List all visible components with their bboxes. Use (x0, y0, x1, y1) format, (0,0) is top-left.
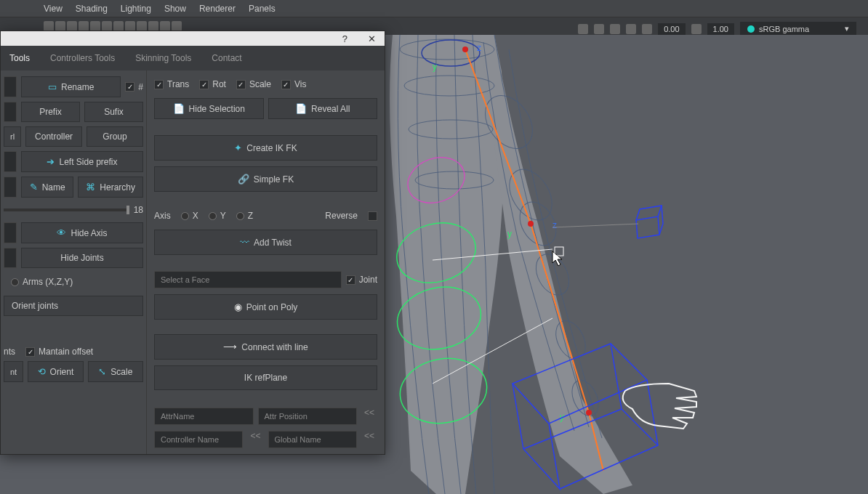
z-radio[interactable]: Z (236, 211, 253, 221)
rot-checkbox[interactable]: ✓Rot (199, 79, 226, 89)
chain-icon: 🔗 (238, 174, 249, 185)
globalname-input[interactable]: Global Name (268, 431, 357, 448)
hierarchy-icon: ⌘ (86, 182, 95, 193)
scale-checkbox[interactable]: ✓Scale (236, 79, 271, 89)
tool-icon[interactable] (44, 21, 54, 31)
herarchy-button[interactable]: ⌘ Herarchy (78, 177, 143, 198)
menu-view[interactable]: View (44, 4, 63, 14)
reveal-all-button[interactable]: 📄 Reveal All (268, 98, 378, 119)
input[interactable] (4, 248, 17, 268)
hide-axis-button[interactable]: 👁 Hide Axis (21, 222, 143, 243)
menu-renderer[interactable]: Renderer (199, 4, 236, 14)
controller-button[interactable]: Controller (25, 126, 82, 147)
tool-icon[interactable] (125, 21, 135, 31)
tool-icon[interactable] (79, 21, 89, 31)
numeric-value-1[interactable]: 0.00 (658, 23, 685, 35)
connect-with-line-button[interactable]: ⟶ Connect with line (154, 334, 377, 360)
tool-icon[interactable] (55, 21, 65, 31)
attrname-input[interactable]: AttrName (154, 408, 254, 425)
numeric-value-2[interactable]: 1.00 (707, 23, 734, 35)
hash-checkbox[interactable]: ✓# (125, 76, 143, 97)
menu-panels[interactable]: Panels (249, 4, 276, 14)
svg-text:z: z (477, 43, 481, 53)
nt-button[interactable]: nt (4, 361, 23, 382)
input[interactable] (4, 151, 17, 172)
document-icon: 📄 (173, 103, 185, 114)
colorspace-icon (747, 25, 755, 33)
name-button[interactable]: ✎ Name (21, 177, 73, 198)
tool-icon[interactable] (172, 21, 182, 31)
prefix-button[interactable]: Prefix (21, 102, 80, 122)
window-titlebar[interactable]: ? ✕ (1, 31, 385, 46)
orient-button[interactable]: ⟲ Orient (28, 361, 83, 382)
rename-button[interactable]: ▭ Rename (21, 76, 121, 97)
input[interactable] (4, 177, 17, 198)
colorspace-dropdown[interactable]: sRGB gamma ▾ (740, 22, 856, 36)
controllername-input[interactable]: Controller Name (154, 431, 243, 448)
arrows-button[interactable]: << (361, 408, 377, 425)
attrpos-input[interactable]: Attr Position (258, 408, 358, 425)
scale-button[interactable]: ⤡ Scale (88, 361, 143, 382)
tool-icon[interactable] (102, 21, 112, 31)
create-ikfk-button[interactable]: ✦ Create IK FK (154, 135, 377, 161)
input[interactable] (4, 102, 17, 122)
tool-icon[interactable] (113, 21, 124, 31)
icon[interactable] (610, 24, 620, 34)
help-button[interactable]: ? (337, 33, 353, 44)
group-button[interactable]: Group (87, 126, 143, 147)
mantain-offset-checkbox[interactable]: ✓Mantain offset (25, 347, 93, 357)
arms-radio[interactable]: Arms (X,Z,Y) (4, 272, 143, 291)
menu-shading[interactable]: Shading (76, 4, 108, 14)
tool-icon[interactable] (67, 21, 77, 31)
svg-point-20 (586, 410, 592, 416)
svg-point-18 (462, 46, 468, 52)
tab-skinning-tools[interactable]: Skinning Tools (129, 50, 197, 66)
svg-text:y: y (433, 62, 437, 72)
joint-checkbox[interactable]: ✓Joint (346, 271, 377, 288)
eye-icon: 👁 (57, 227, 66, 238)
arrows-button[interactable]: << (247, 431, 263, 448)
tool-icon[interactable] (148, 21, 158, 31)
scale-icon: ⤡ (98, 366, 106, 377)
hide-joints-button[interactable]: Hide Joints (21, 248, 143, 268)
menu-show[interactable]: Show (164, 4, 186, 14)
hide-selection-button[interactable]: 📄 Hide Selection (154, 98, 264, 119)
tool-tabs: Tools Controllers Tools Skinning Tools C… (1, 46, 385, 70)
left-panel: ▭ Rename ✓# Prefix Sufix rl Controller G… (1, 70, 146, 454)
icon[interactable] (691, 24, 702, 34)
rl-button[interactable]: rl (4, 126, 21, 147)
tool-icon[interactable] (160, 21, 170, 31)
slider[interactable]: 18 (4, 202, 143, 218)
arrows-button[interactable]: << (361, 431, 377, 448)
orient-joints-button[interactable]: Orient joints (4, 296, 143, 316)
input[interactable] (4, 222, 17, 243)
trans-checkbox[interactable]: ✓Trans (154, 79, 189, 89)
tab-tools[interactable]: Tools (4, 50, 36, 66)
add-twist-button[interactable]: 〰 Add Twist (154, 230, 377, 255)
point-on-poly-button[interactable]: ◉ Point on Poly (154, 294, 377, 320)
reverse-checkbox[interactable] (368, 211, 377, 221)
ikfk-icon: ✦ (234, 142, 242, 153)
sufix-button[interactable]: Sufix (84, 102, 143, 122)
icon[interactable] (626, 24, 636, 34)
ik-refplane-button[interactable]: IK refPlane (154, 365, 377, 390)
close-button[interactable]: ✕ (362, 33, 382, 44)
tool-icon[interactable] (137, 21, 147, 31)
icon[interactable] (578, 24, 588, 34)
icon[interactable] (642, 24, 652, 34)
arrow-right-icon: ➔ (47, 156, 55, 167)
vis-checkbox[interactable]: ✓Vis (281, 79, 306, 89)
tab-controllers-tools[interactable]: Controllers Tools (44, 50, 121, 66)
select-face-input[interactable]: Select a Face (154, 271, 342, 288)
tab-contact[interactable]: Contact (206, 50, 247, 66)
left-side-prefix-button[interactable]: ➔ Left Side prefix (21, 151, 143, 172)
simple-fk-button[interactable]: 🔗 Simple FK (154, 166, 377, 192)
reverse-label: Reverse (325, 211, 358, 221)
svg-text:z: z (552, 220, 557, 230)
menu-lighting[interactable]: Lighting (121, 4, 151, 14)
icon[interactable] (594, 24, 604, 34)
input[interactable] (4, 76, 17, 97)
x-radio[interactable]: X (181, 211, 198, 221)
tool-icon[interactable] (90, 21, 100, 31)
y-radio[interactable]: Y (209, 211, 226, 221)
